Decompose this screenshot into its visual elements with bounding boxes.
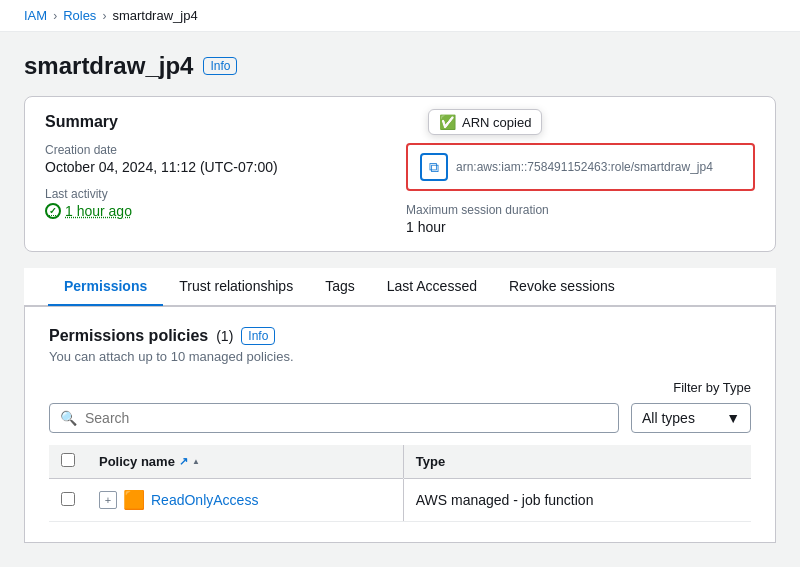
permissions-subtitle: You can attach up to 10 managed policies…	[49, 349, 751, 364]
creation-date-value: October 04, 2024, 11:12 (UTC-07:00)	[45, 159, 394, 175]
max-session: Maximum session duration 1 hour	[406, 203, 755, 235]
breadcrumb-roles[interactable]: Roles	[63, 8, 96, 23]
table-header-row: Policy name ↗ ▲ Type	[49, 445, 751, 479]
expand-row-icon[interactable]: +	[99, 491, 117, 509]
permissions-title: Permissions policies	[49, 327, 208, 345]
filter-row: Filter by Type	[49, 380, 751, 395]
table-row: + 🟧 ReadOnlyAccess AWS managed - job fun…	[49, 479, 751, 522]
page-title: smartdraw_jp4	[24, 52, 193, 80]
max-session-value: 1 hour	[406, 219, 755, 235]
header-type: Type	[404, 445, 751, 479]
arn-container: ✅ ARN copied ⧉ arn:aws:iam::758491152463…	[406, 143, 755, 191]
tab-trust-relationships[interactable]: Trust relationships	[163, 268, 309, 306]
tab-revoke-sessions[interactable]: Revoke sessions	[493, 268, 631, 306]
tab-tags[interactable]: Tags	[309, 268, 371, 306]
permissions-section: Permissions policies (1) Info You can at…	[24, 306, 776, 543]
arn-tooltip: ✅ ARN copied	[428, 109, 542, 135]
tab-last-accessed[interactable]: Last Accessed	[371, 268, 493, 306]
policy-table: Policy name ↗ ▲ Type	[49, 445, 751, 522]
page-title-row: smartdraw_jp4 Info	[24, 52, 776, 80]
policy-name-link[interactable]: ReadOnlyAccess	[151, 492, 258, 508]
info-button[interactable]: Info	[203, 57, 237, 75]
arn-section: ✅ ARN copied ⧉ arn:aws:iam::758491152463…	[406, 143, 755, 191]
sort-up-arrow: ▲	[192, 458, 200, 466]
permissions-info-button[interactable]: Info	[241, 327, 275, 345]
filter-type-dropdown[interactable]: All types ▼	[631, 403, 751, 433]
search-box: 🔍	[49, 403, 619, 433]
copy-icon: ⧉	[429, 159, 439, 176]
breadcrumb-iam[interactable]: IAM	[24, 8, 47, 23]
last-activity-label: Last activity	[45, 187, 394, 201]
sort-arrows: ▲	[192, 458, 200, 466]
header-checkbox-col	[49, 445, 87, 479]
header-policy-name: Policy name ↗ ▲	[87, 445, 403, 479]
arn-value: arn:aws:iam::758491152463:role/smartdraw…	[456, 160, 741, 174]
page-content: smartdraw_jp4 Info Summary Creation date…	[0, 32, 800, 563]
select-all-checkbox[interactable]	[61, 453, 75, 467]
summary-grid: Creation date October 04, 2024, 11:12 (U…	[45, 143, 755, 235]
permissions-header: Permissions policies (1) Info	[49, 327, 751, 345]
summary-card: Summary Creation date October 04, 2024, …	[24, 96, 776, 252]
search-filter-row: 🔍 All types ▼	[49, 403, 751, 433]
search-input[interactable]	[85, 410, 608, 426]
summary-title: Summary	[45, 113, 755, 131]
max-session-label: Maximum session duration	[406, 203, 755, 217]
row-checkbox-col	[49, 479, 87, 522]
policy-name-header-label: Policy name	[99, 454, 175, 469]
policy-type-icon: 🟧	[123, 489, 145, 511]
check-circle-icon	[45, 203, 61, 219]
row-policy-name-col: + 🟧 ReadOnlyAccess	[87, 479, 403, 522]
filter-by-type-label: Filter by Type	[673, 380, 751, 395]
summary-left: Creation date October 04, 2024, 11:12 (U…	[45, 143, 394, 235]
external-link-icon: ↗	[179, 455, 188, 468]
arn-copied-check-icon: ✅	[439, 114, 456, 130]
breadcrumb-current: smartdraw_jp4	[112, 8, 197, 23]
permissions-count: (1)	[216, 328, 233, 344]
breadcrumb: IAM › Roles › smartdraw_jp4	[0, 0, 800, 32]
creation-date-label: Creation date	[45, 143, 394, 157]
arn-tooltip-text: ARN copied	[462, 115, 531, 130]
breadcrumb-sep-2: ›	[102, 9, 106, 23]
last-activity-value[interactable]: 1 hour ago	[45, 203, 394, 219]
copy-arn-button[interactable]: ⧉	[420, 153, 448, 181]
filter-dropdown-value: All types	[642, 410, 695, 426]
tabs-container: Permissions Trust relationships Tags Las…	[24, 268, 776, 306]
row-checkbox[interactable]	[61, 492, 75, 506]
row-policy-type: AWS managed - job function	[404, 479, 751, 522]
breadcrumb-sep-1: ›	[53, 9, 57, 23]
search-icon: 🔍	[60, 410, 77, 426]
tab-permissions[interactable]: Permissions	[48, 268, 163, 306]
chevron-down-icon: ▼	[726, 410, 740, 426]
summary-right: ✅ ARN copied ⧉ arn:aws:iam::758491152463…	[406, 143, 755, 235]
